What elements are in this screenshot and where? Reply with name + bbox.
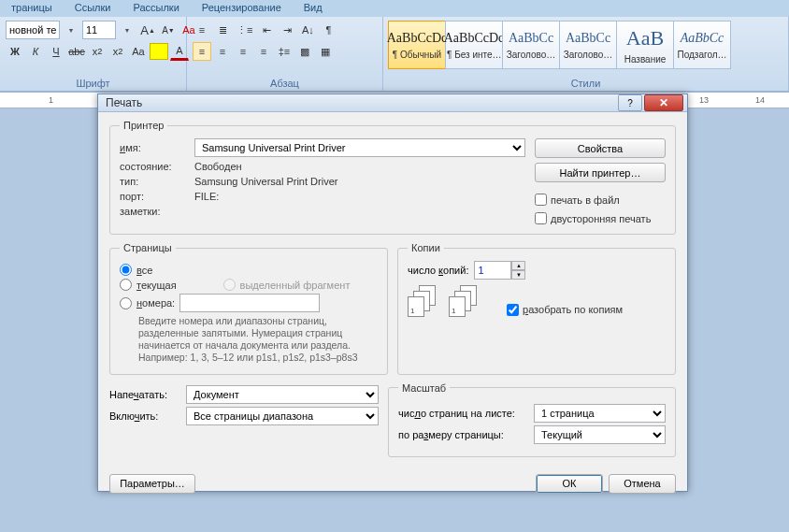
- pages-numbers-radio[interactable]: [120, 297, 132, 309]
- show-marks-button[interactable]: ¶: [319, 21, 337, 39]
- font-color-button[interactable]: A: [170, 42, 189, 61]
- subscript-button[interactable]: x2: [88, 42, 107, 61]
- print-to-file-checkbox[interactable]: печать в файл: [535, 194, 666, 206]
- numbering-button[interactable]: ≣: [213, 21, 232, 39]
- pages-per-sheet-select[interactable]: 1 страница: [534, 404, 666, 423]
- pages-group: Страницы все текущая выделенный фрагмент…: [109, 242, 388, 375]
- line-spacing-button[interactable]: ‡≡: [275, 42, 294, 61]
- ribbon-body: ▼ ▼ A▲ A▼ Aa Ж К Ч abc x2 x2 Aa A Шрифт: [0, 17, 789, 92]
- printer-type-value: Samsung Universal Print Driver: [194, 176, 337, 187]
- collate-checkbox[interactable]: разобрать по копиям: [507, 304, 623, 316]
- printer-group: Принтер имя: Samsung Universal Print Dri…: [109, 120, 676, 235]
- borders-button[interactable]: ▦: [316, 42, 335, 61]
- pages-numbers-input[interactable]: [179, 294, 320, 312]
- copies-group: Копии число копий: ▲ ▼ 3 2: [397, 242, 676, 375]
- bullets-button[interactable]: ≡: [193, 21, 211, 39]
- sort-button[interactable]: A↓: [298, 21, 317, 39]
- italic-button[interactable]: К: [26, 42, 45, 61]
- copies-count-input[interactable]: [474, 261, 511, 280]
- printer-name-select[interactable]: Samsung Universal Print Driver: [194, 138, 525, 157]
- pages-hint: Введите номера или диапазоны страниц, ра…: [138, 315, 378, 365]
- ribbon-tab-item[interactable]: Рецензирование: [191, 0, 293, 17]
- align-center-button[interactable]: ≡: [213, 42, 232, 61]
- ribbon-tab-item[interactable]: Рассылки: [122, 0, 190, 17]
- printer-name-label: имя:: [120, 142, 194, 153]
- zoom-group: Масштаб число страниц на листе: 1 страни…: [388, 382, 676, 457]
- decrease-indent-button[interactable]: ⇤: [257, 21, 276, 39]
- find-printer-button[interactable]: Найти принтер…: [535, 163, 666, 182]
- font-name-input[interactable]: [6, 21, 60, 39]
- close-button[interactable]: ✕: [644, 94, 683, 111]
- chevron-down-icon[interactable]: ▼: [62, 21, 80, 39]
- pages-all-radio[interactable]: [120, 264, 132, 276]
- printer-status-label: состояние:: [120, 161, 194, 172]
- help-button[interactable]: ?: [618, 94, 642, 111]
- printer-port-label: порт:: [120, 191, 194, 202]
- printer-port-value: FILE:: [194, 191, 219, 202]
- bold-button[interactable]: Ж: [6, 42, 24, 61]
- ok-button[interactable]: ОК: [536, 474, 603, 494]
- ribbon-group-label: Шрифт: [6, 76, 180, 91]
- spin-up-button[interactable]: ▲: [511, 261, 525, 270]
- ribbon-group-label: Стили: [389, 76, 782, 91]
- collate-preview-icon: 3 2 1 3 2 1: [408, 285, 492, 332]
- printer-type-label: тип:: [120, 176, 194, 187]
- scale-to-select[interactable]: Текущий: [534, 425, 666, 444]
- pages-selection-radio: [223, 279, 236, 291]
- dialog-title: Печать: [106, 96, 142, 109]
- style-item[interactable]: AaBbCcDc¶ Обычный: [388, 21, 446, 69]
- ribbon-tab-item[interactable]: Ссылки: [64, 0, 122, 17]
- highlight-button[interactable]: [150, 43, 168, 60]
- printer-legend: Принтер: [120, 120, 167, 131]
- strike-button[interactable]: abc: [67, 42, 86, 61]
- dialog-titlebar: Печать ? ✕: [98, 94, 687, 112]
- increase-indent-button[interactable]: ⇥: [278, 21, 296, 39]
- copies-legend: Копии: [408, 242, 444, 253]
- justify-button[interactable]: ≡: [254, 42, 273, 61]
- style-item[interactable]: AaBbCcЗаголово…: [502, 21, 560, 69]
- spin-down-button[interactable]: ▼: [511, 270, 525, 280]
- style-item[interactable]: AaBbCcDc¶ Без инте…: [445, 21, 503, 69]
- multilevel-button[interactable]: ⋮≡: [234, 21, 255, 39]
- print-what-label: Напечатать:: [109, 389, 186, 400]
- style-item[interactable]: AaBbCcПодзагол…: [673, 21, 731, 69]
- copies-count-label: число копий:: [408, 265, 468, 276]
- shrink-font-button[interactable]: A▼: [159, 21, 178, 39]
- style-item[interactable]: AaBbCcЗаголово…: [559, 21, 617, 69]
- grow-font-button[interactable]: A▲: [138, 21, 157, 39]
- ribbon-group-label: Абзац: [193, 76, 377, 91]
- align-right-button[interactable]: ≡: [234, 42, 252, 61]
- duplex-checkbox[interactable]: двусторонняя печать: [535, 212, 666, 224]
- shading-button[interactable]: ▩: [295, 42, 314, 61]
- scale-to-label: по размеру страницы:: [398, 429, 534, 440]
- include-select[interactable]: Все страницы диапазона: [186, 407, 379, 425]
- print-dialog: Печать ? ✕ Принтер имя: Samsung Universa…: [97, 93, 688, 492]
- styles-gallery: AaBbCcDc¶ ОбычныйAaBbCcDc¶ Без инте…AaBb…: [389, 21, 782, 69]
- align-left-button[interactable]: ≡: [193, 42, 211, 61]
- chevron-down-icon[interactable]: ▼: [118, 21, 136, 39]
- pages-per-sheet-label: число страниц на листе:: [398, 408, 534, 419]
- include-label: Включить:: [109, 410, 186, 422]
- printer-notes-label: заметки:: [120, 206, 194, 217]
- printer-status-value: Свободен: [194, 161, 242, 172]
- pages-current-radio[interactable]: [120, 279, 132, 291]
- font-size-input[interactable]: [82, 21, 116, 39]
- superscript-button[interactable]: x2: [108, 42, 127, 61]
- properties-button[interactable]: Свойства: [535, 138, 666, 158]
- change-case-button[interactable]: Aa: [129, 42, 148, 61]
- ribbon-tabs: траницы Ссылки Рассылки Рецензирование В…: [0, 0, 789, 17]
- options-button[interactable]: Параметры…: [109, 474, 195, 494]
- style-item[interactable]: AaBНазвание: [616, 21, 674, 69]
- zoom-legend: Масштаб: [398, 382, 450, 394]
- underline-button[interactable]: Ч: [47, 42, 65, 61]
- pages-legend: Страницы: [120, 242, 176, 253]
- ribbon-tab-item[interactable]: траницы: [0, 0, 64, 17]
- ribbon-tab-item[interactable]: Вид: [293, 0, 334, 17]
- print-what-select[interactable]: Документ: [186, 385, 379, 404]
- cancel-button[interactable]: Отмена: [609, 474, 676, 494]
